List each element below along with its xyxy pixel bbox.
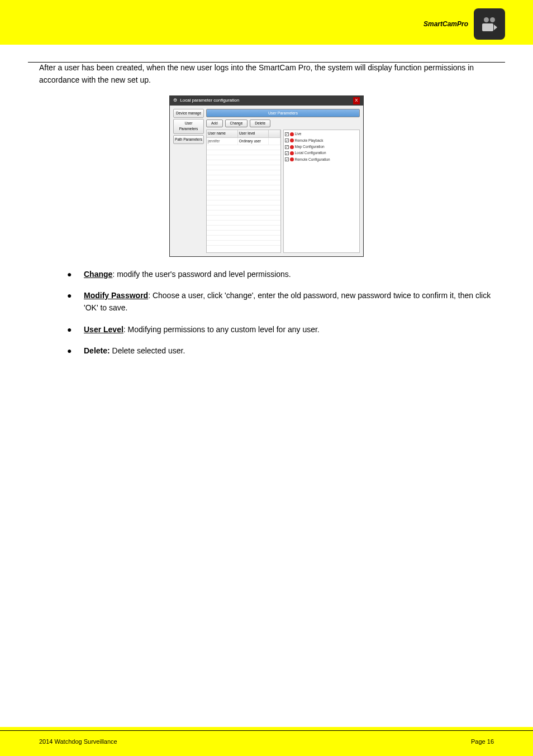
cell-level: Ordinary user (238, 138, 269, 145)
bullet-item-delete: ● Delete: Delete selected user. (67, 344, 494, 357)
delete-button[interactable]: Delete (250, 119, 270, 127)
bullet-list: ● Change: modify the user's password and… (67, 268, 494, 357)
gear-icon: ⚙ (173, 97, 177, 104)
dot-icon (290, 138, 294, 142)
intro-paragraph: After a user has been created, when the … (39, 61, 494, 87)
sidebar-item-device-manage[interactable]: Device manage (173, 109, 204, 118)
config-dialog: ⚙ Local parameter configuration X Device… (169, 95, 364, 257)
col-blank (269, 130, 280, 137)
perm-live[interactable]: ✓ Live (285, 131, 359, 137)
dialog-titlebar: ⚙ Local parameter configuration X (170, 96, 363, 106)
perm-label: Remote Playback (295, 138, 323, 143)
bullet-icon: ● (67, 268, 84, 280)
bullet-heading: User Level (84, 325, 123, 334)
add-button[interactable]: Add (206, 119, 223, 127)
checkbox-icon[interactable]: ✓ (285, 145, 289, 149)
perm-label: Live (295, 131, 302, 137)
bullet-text: modify the user's password and level per… (117, 270, 291, 279)
brand-logo: SmartCamPro (423, 8, 505, 40)
dot-icon (290, 157, 294, 161)
brand-name: SmartCamPro (423, 20, 468, 28)
bullet-heading: Modify Password (84, 291, 148, 300)
permissions-panel: ✓ Live ✓ Remote Playback (283, 130, 360, 252)
perm-label: Map Configuration (295, 144, 325, 150)
bullet-icon: ● (67, 323, 84, 336)
close-icon[interactable]: X (353, 97, 360, 104)
footer-left: 2014 Watchdog Surveillance (0, 738, 471, 745)
page-footer: 2014 Watchdog Surveillance Page 16 (0, 727, 533, 756)
dot-icon (290, 132, 294, 136)
col-userlevel: User level (238, 130, 269, 137)
screenshot-figure: ⚙ Local parameter configuration X Device… (39, 95, 494, 257)
camera-icon (474, 8, 505, 40)
bullet-icon: ● (67, 344, 84, 357)
perm-local-config[interactable]: ✓ Local Configuration (285, 150, 359, 156)
bullet-heading: Delete: (84, 346, 112, 355)
sidebar-item-user-parameters[interactable]: User Parameters (173, 119, 204, 134)
perm-remote-config[interactable]: ✓ Remote Configuration (285, 157, 359, 162)
page-header: SmartCamPro (0, 0, 533, 45)
dialog-sidebar: Device manage User Parameters Path Param… (173, 109, 204, 253)
user-table: User name User level jennifer Ordinary u… (206, 130, 281, 252)
dot-icon (290, 151, 294, 155)
button-row: Add Change Delete (206, 118, 360, 128)
bullet-item-user-level: ● User Level: Modifying permissions to a… (67, 323, 494, 336)
col-username: User name (207, 130, 238, 137)
footer-right: Page 16 (471, 738, 533, 745)
bullet-item-modify-password: ● Modify Password: Choose a user, click … (67, 289, 494, 314)
bullet-text: Modifying permissions to any custom leve… (128, 325, 320, 334)
bullet-item-change: ● Change: modify the user's password and… (67, 268, 494, 280)
checkbox-icon[interactable]: ✓ (285, 132, 289, 136)
perm-label: Remote Configuration (295, 157, 330, 162)
dialog-title-text: Local parameter configuration (180, 98, 239, 103)
perm-map-config[interactable]: ✓ Map Configuration (285, 144, 359, 150)
table-row[interactable]: jennifer Ordinary user (207, 138, 280, 145)
perm-label: Local Configuration (295, 150, 326, 156)
page-content: After a user has been created, when the … (0, 45, 533, 357)
sidebar-item-path-parameters[interactable]: Path Parameters (173, 135, 204, 144)
dot-icon (290, 145, 294, 149)
bullet-heading: Change (84, 270, 112, 279)
checkbox-icon[interactable]: ✓ (285, 151, 289, 155)
bullet-text: Delete selected user. (112, 346, 185, 355)
cell-username: jennifer (207, 138, 238, 145)
perm-remote-playback[interactable]: ✓ Remote Playback (285, 138, 359, 143)
bullet-icon: ● (67, 289, 84, 314)
panel-header: User Parameters (206, 109, 360, 117)
change-button[interactable]: Change (225, 119, 248, 127)
checkbox-icon[interactable]: ✓ (285, 157, 289, 161)
checkbox-icon[interactable]: ✓ (285, 138, 289, 142)
